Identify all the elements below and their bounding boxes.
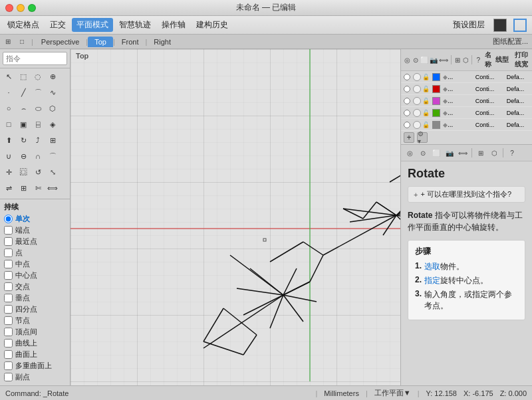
tool-fillet[interactable]: ⌒	[45, 149, 60, 163]
snap-quadrant[interactable]	[4, 305, 13, 314]
layer-radio-4[interactable]	[404, 122, 410, 128]
tool-loft[interactable]: ⊞	[45, 133, 60, 148]
viewport-icon-1[interactable]: ⊞	[1, 35, 15, 49]
tool-boolean-union[interactable]: ∪	[1, 149, 16, 163]
help-icon-7[interactable]: ⬡	[488, 147, 500, 159]
viewport-canvas[interactable]	[70, 49, 400, 385]
layer-color-2[interactable]	[432, 97, 440, 105]
tool-ellipse[interactable]: ⬭	[31, 101, 45, 116]
layer-row[interactable]: 🔓 ◆ ... Conti... Defa...	[401, 107, 532, 119]
layer-icon-3[interactable]: ⬜	[420, 54, 428, 66]
tab-front[interactable]: Front	[115, 37, 146, 47]
help-icon-8[interactable]: ?	[506, 147, 518, 159]
layer-color-4[interactable]	[432, 121, 440, 129]
layer-color-1[interactable]	[432, 85, 440, 93]
tool-surface[interactable]: ▣	[16, 117, 31, 132]
snap-knot[interactable]	[4, 316, 13, 325]
tool-mirror[interactable]: ⇌	[1, 181, 16, 195]
tool-window-select[interactable]: ⬚	[16, 69, 31, 84]
step-link-2[interactable]: 指定	[424, 276, 440, 285]
help-icon-4[interactable]: 📷	[444, 147, 456, 159]
layer-radio-0[interactable]	[404, 74, 410, 80]
tool-boolean-diff[interactable]: ⊖	[16, 149, 31, 163]
tool-mesh[interactable]: ⌸	[31, 117, 45, 132]
tool-extrude[interactable]: ⬆	[1, 133, 16, 148]
tool-move[interactable]: ✛	[1, 165, 16, 179]
snap-center[interactable]	[4, 271, 13, 280]
viewport-icon-2[interactable]: □	[15, 35, 29, 49]
tool-circle[interactable]: ○	[1, 101, 16, 116]
tool-curve[interactable]: ∿	[45, 85, 60, 100]
color-swatch[interactable]	[493, 19, 507, 32]
layer-icon-6[interactable]: ⊞	[454, 54, 461, 66]
tool-arc[interactable]: ⌢	[16, 101, 31, 116]
tab-right[interactable]: Right	[147, 37, 178, 47]
menu-item-gumball[interactable]: 操作轴	[157, 18, 190, 32]
layer-row[interactable]: 🔓 ◆ ... Conti... Defa...	[401, 83, 532, 95]
layer-icon-5[interactable]: ⟺	[439, 54, 448, 66]
layer-gear-button[interactable]: ⚙ ▾	[417, 132, 428, 143]
layer-radio-2[interactable]	[404, 98, 410, 104]
layer-eye-0[interactable]	[413, 73, 421, 81]
layer-radio-3[interactable]	[404, 110, 410, 116]
menu-item-plane-mode[interactable]: 平面模式	[72, 18, 113, 32]
layer-eye-1[interactable]	[413, 85, 421, 93]
tool-polyline[interactable]: ⌒	[31, 85, 45, 100]
snap-intersection[interactable]	[4, 282, 13, 291]
snap-perpendicular[interactable]	[4, 294, 13, 302]
tab-top[interactable]: Top	[88, 37, 113, 47]
help-icon-2[interactable]: ⊙	[417, 147, 429, 159]
tool-solid[interactable]: ◈	[45, 117, 60, 132]
help-where-button[interactable]: + + 可以在哪里找到这个指令?	[408, 186, 525, 203]
tool-scale[interactable]: ⤡	[45, 165, 60, 179]
layer-radio-1[interactable]	[404, 86, 410, 92]
tool-array[interactable]: ⊞	[16, 181, 31, 195]
snap-on-curve[interactable]	[4, 339, 13, 348]
tool-copy[interactable]: ⿴	[16, 165, 31, 179]
layer-icon-4[interactable]: 📷	[430, 54, 438, 66]
tab-perspective[interactable]: Perspective	[35, 37, 86, 47]
menu-item-ortho[interactable]: 正交	[45, 18, 70, 32]
tool-revolve[interactable]: ↻	[16, 133, 31, 148]
viewport-settings[interactable]: 图纸配置...	[489, 35, 532, 48]
close-button[interactable]	[5, 4, 13, 12]
tool-lasso[interactable]: ◌	[31, 69, 45, 84]
help-icon-3[interactable]: ⬜	[430, 147, 442, 159]
snap-on-surface[interactable]	[4, 350, 13, 359]
layer-eye-3[interactable]	[413, 109, 421, 117]
viewport-area[interactable]: Top	[70, 49, 400, 385]
menu-item-history[interactable]: 建构历史	[192, 18, 233, 32]
tool-line[interactable]: ╱	[16, 85, 31, 100]
help-icon-6[interactable]: ⊞	[475, 147, 487, 159]
tool-point[interactable]: ·	[1, 85, 16, 100]
tool-polygon[interactable]: ⬡	[45, 101, 60, 116]
tool-trim[interactable]: ✄	[31, 181, 45, 195]
snap-subpoint[interactable]	[4, 373, 13, 381]
layer-row[interactable]: 🔓 ◆ ... Conti... Defa...	[401, 119, 532, 131]
tool-select[interactable]: ↖	[1, 69, 16, 84]
layer-icon-2[interactable]: ⊙	[412, 54, 418, 66]
snap-point[interactable]	[4, 249, 13, 257]
layer-add-button[interactable]: +	[404, 132, 414, 143]
tool-sweep[interactable]: ⤴	[31, 133, 45, 148]
maximize-button[interactable]	[28, 4, 36, 12]
help-icon-1[interactable]: ◎	[404, 147, 416, 159]
tool-expand[interactable]: ⊕	[45, 69, 60, 84]
tool-extend[interactable]: ⟺	[45, 181, 60, 195]
layer-icon-8[interactable]: ?	[475, 54, 481, 66]
tool-rotate[interactable]: ↺	[31, 165, 45, 179]
layer-row[interactable]: 🔓 ◆ ... Conti... Defa...	[401, 71, 532, 83]
status-workplane[interactable]: 工作平面▼	[374, 388, 411, 398]
layer-color-0[interactable]	[432, 73, 440, 81]
snap-endpoint[interactable]	[4, 226, 13, 235]
viewport-border-btn[interactable]	[513, 19, 527, 32]
layer-color-3[interactable]	[432, 109, 440, 117]
layer-row[interactable]: 🔓 ◆ ... Conti... Defa...	[401, 95, 532, 107]
layer-icon-1[interactable]: ◎	[404, 54, 410, 66]
command-input[interactable]	[3, 52, 67, 65]
preview-layers-button[interactable]: 预设图层	[448, 18, 489, 32]
menu-item-lock-grid[interactable]: 锁定格点	[3, 18, 44, 32]
snap-on-polysurface[interactable]	[4, 361, 13, 370]
help-icon-5[interactable]: ⟺	[457, 147, 469, 159]
snap-vertex[interactable]	[4, 328, 13, 336]
